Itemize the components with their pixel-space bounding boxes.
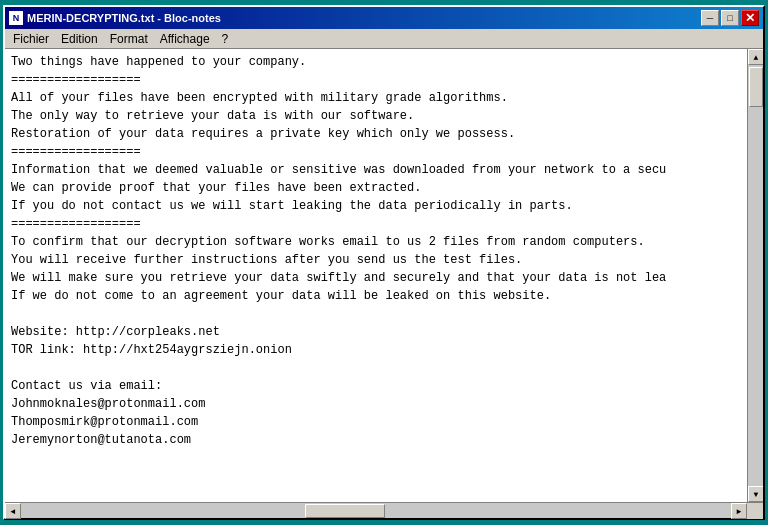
menu-edition[interactable]: Edition: [55, 29, 104, 48]
menu-format[interactable]: Format: [104, 29, 154, 48]
menu-affichage[interactable]: Affichage: [154, 29, 216, 48]
close-button[interactable]: ✕: [741, 10, 759, 26]
notepad-icon: N: [9, 11, 23, 25]
maximize-button[interactable]: □: [721, 10, 739, 26]
maximize-icon: □: [727, 13, 732, 23]
vertical-scrollbar[interactable]: ▲ ▼: [747, 49, 763, 502]
title-bar-controls: ─ □ ✕: [701, 10, 759, 26]
scroll-left-button[interactable]: ◄: [5, 503, 21, 519]
minimize-icon: ─: [707, 13, 713, 23]
menu-bar: Fichier Edition Format Affichage ?: [5, 29, 763, 49]
scroll-thumb-vertical[interactable]: [749, 67, 763, 107]
scroll-track-vertical[interactable]: [748, 65, 763, 486]
minimize-button[interactable]: ─: [701, 10, 719, 26]
scroll-track-horizontal[interactable]: [21, 503, 731, 518]
menu-fichier[interactable]: Fichier: [7, 29, 55, 48]
scroll-thumb-horizontal[interactable]: [305, 504, 385, 518]
scroll-up-button[interactable]: ▲: [748, 49, 763, 65]
scroll-right-button[interactable]: ►: [731, 503, 747, 519]
window-title: MERIN-DECRYPTING.txt - Bloc-notes: [27, 12, 221, 24]
scroll-down-button[interactable]: ▼: [748, 486, 763, 502]
title-bar: N MERIN-DECRYPTING.txt - Bloc-notes ─ □ …: [5, 7, 763, 29]
close-icon: ✕: [745, 11, 755, 25]
scrollbar-corner: [747, 503, 763, 519]
menu-help[interactable]: ?: [216, 29, 235, 48]
horizontal-scrollbar-container: ◄ ►: [5, 502, 763, 518]
content-area: Two things have happened to your company…: [5, 49, 763, 502]
text-editor[interactable]: Two things have happened to your company…: [5, 49, 747, 502]
main-window: N MERIN-DECRYPTING.txt - Bloc-notes ─ □ …: [3, 5, 765, 520]
title-bar-title: N MERIN-DECRYPTING.txt - Bloc-notes: [9, 11, 221, 25]
